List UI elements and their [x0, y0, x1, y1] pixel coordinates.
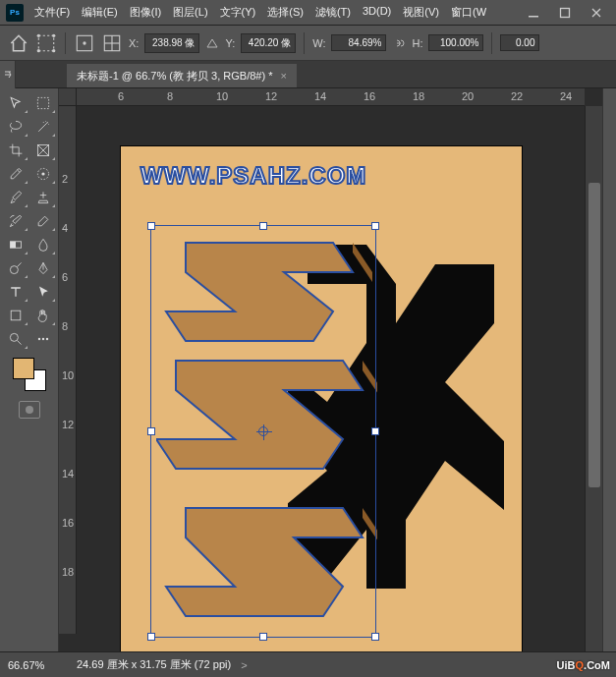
ruler-vertical[interactable]: 2 4 6 8 10 12 14 16 18 [59, 106, 77, 634]
menu-edit[interactable]: 编辑(E) [77, 2, 123, 23]
transform-handle-tr[interactable] [371, 222, 379, 230]
menu-window[interactable]: 窗口(W [446, 2, 491, 23]
w-value-input[interactable]: 84.69% [331, 34, 386, 51]
ruler-horizontal[interactable]: 6 8 10 12 14 16 18 20 22 24 [77, 88, 585, 106]
ruler-tick: 6 [118, 90, 124, 102]
ruler-tick: 8 [167, 90, 173, 102]
status-menu-caret-icon[interactable]: > [241, 659, 247, 671]
svg-point-23 [45, 338, 47, 340]
zoom-tool[interactable] [3, 328, 28, 350]
x-value-input[interactable]: 238.98 像 [144, 33, 199, 53]
svg-rect-2 [38, 35, 53, 50]
move-tool[interactable] [3, 92, 28, 114]
reference-grid-icon[interactable] [101, 32, 123, 54]
menu-image[interactable]: 图像(I) [125, 2, 166, 23]
svg-point-8 [83, 41, 85, 44]
triangle-icon[interactable] [205, 36, 219, 50]
artboard[interactable]: WWW.PSAHZ.COM [120, 145, 523, 651]
ruler-tick: 4 [62, 222, 68, 234]
menu-3d[interactable]: 3D(D) [358, 2, 396, 23]
color-swatches[interactable] [13, 358, 46, 391]
status-bar: 66.67% 24.69 厘米 x 31.75 厘米 (72 ppi) > [0, 651, 616, 677]
svg-point-6 [52, 49, 55, 52]
svg-rect-0 [529, 16, 538, 18]
toolbox [0, 88, 59, 651]
type-tool[interactable] [3, 281, 28, 303]
transform-handle-bl[interactable] [147, 633, 155, 641]
foreground-color-swatch[interactable] [13, 358, 34, 379]
watermark-text: WWW.PSAHZ.COM [140, 162, 366, 190]
brush-tool[interactable] [3, 187, 28, 208]
viewport[interactable]: WWW.PSAHZ.COM [77, 106, 585, 651]
blur-tool[interactable] [30, 234, 56, 255]
menu-filter[interactable]: 滤镜(T) [310, 2, 356, 23]
scrollbar-thumb[interactable] [588, 183, 600, 487]
ruler-tick: 16 [62, 517, 74, 529]
edit-toolbar-icon[interactable] [30, 328, 56, 350]
glyph-extrude-shape [156, 233, 377, 636]
transform-icon[interactable] [35, 32, 57, 54]
dodge-tool[interactable] [3, 257, 28, 279]
svg-rect-19 [11, 310, 21, 320]
svg-point-4 [52, 33, 55, 36]
quick-mask-toggle[interactable] [19, 401, 40, 419]
hand-tool[interactable] [30, 305, 56, 326]
menu-file[interactable]: 文件(F) [29, 2, 75, 23]
main-area: 6 8 10 12 14 16 18 20 22 24 2 4 6 8 10 1… [0, 88, 616, 651]
panel-dock-collapsed[interactable] [602, 88, 616, 651]
options-bar: X: 238.98 像 Y: 420.20 像 W: 84.69% H: 100… [0, 26, 616, 61]
maximize-button[interactable] [551, 3, 579, 23]
h-value-input[interactable]: 100.00% [428, 34, 483, 51]
menu-view[interactable]: 视图(V) [398, 2, 444, 23]
home-icon[interactable] [8, 32, 29, 54]
svg-rect-12 [37, 97, 48, 108]
crop-tool[interactable] [3, 140, 28, 161]
healing-tool[interactable] [30, 163, 56, 185]
close-button[interactable] [583, 3, 610, 23]
close-icon[interactable]: × [280, 70, 286, 82]
eyedropper-tool[interactable] [3, 163, 28, 185]
eraser-tool[interactable] [30, 210, 56, 232]
svg-point-22 [41, 338, 43, 340]
lasso-tool[interactable] [3, 116, 28, 138]
scrollbar-vertical[interactable] [585, 106, 602, 651]
separator [65, 32, 66, 54]
ruler-tick: 10 [216, 90, 228, 102]
marquee-tool[interactable] [30, 92, 56, 114]
gradient-tool[interactable] [3, 234, 28, 255]
canvas-area: 6 8 10 12 14 16 18 20 22 24 2 4 6 8 10 1… [59, 88, 602, 651]
ruler-origin[interactable] [59, 88, 77, 106]
minimize-button[interactable] [520, 3, 547, 23]
ruler-tick: 2 [62, 173, 68, 185]
h-label: H: [412, 37, 422, 49]
tabstrip-collapse-icon[interactable] [0, 61, 16, 88]
transform-handle-tm[interactable] [259, 222, 267, 230]
link-icon[interactable] [392, 36, 406, 50]
angle-value-input[interactable]: 0.00 [500, 34, 539, 51]
menu-select[interactable]: 选择(S) [262, 2, 308, 23]
ruler-tick: 6 [62, 271, 68, 283]
y-label: Y: [225, 37, 235, 49]
frame-tool[interactable] [30, 140, 56, 161]
svg-rect-1 [561, 8, 570, 17]
pen-tool[interactable] [30, 257, 56, 279]
x-label: X: [129, 37, 139, 49]
menu-layer[interactable]: 图层(L) [168, 2, 212, 23]
document-tab[interactable]: 未标题-1 @ 66.7% (教 拷贝 3, RGB/8#) * × [67, 64, 297, 87]
shape-tool[interactable] [3, 305, 28, 326]
svg-rect-17 [10, 242, 16, 248]
clone-stamp-tool[interactable] [30, 187, 56, 208]
status-dimensions[interactable]: 24.69 厘米 x 31.75 厘米 (72 ppi) [77, 657, 231, 672]
magic-wand-tool[interactable] [30, 116, 56, 138]
y-value-input[interactable]: 420.20 像 [241, 33, 296, 53]
transform-handle-tl[interactable] [147, 222, 155, 230]
transform-handle-ml[interactable] [147, 427, 155, 435]
path-select-tool[interactable] [30, 281, 56, 303]
document-tab-title: 未标题-1 @ 66.7% (教 拷贝 3, RGB/8#) * [77, 69, 272, 84]
history-brush-tool[interactable] [3, 210, 28, 232]
status-zoom[interactable]: 66.67% [8, 659, 67, 671]
ruler-tick: 10 [62, 369, 74, 381]
reference-point-icon[interactable] [74, 32, 95, 54]
menu: 文件(F) 编辑(E) 图像(I) 图层(L) 文字(Y) 选择(S) 滤镜(T… [29, 2, 520, 23]
menu-type[interactable]: 文字(Y) [215, 2, 261, 23]
